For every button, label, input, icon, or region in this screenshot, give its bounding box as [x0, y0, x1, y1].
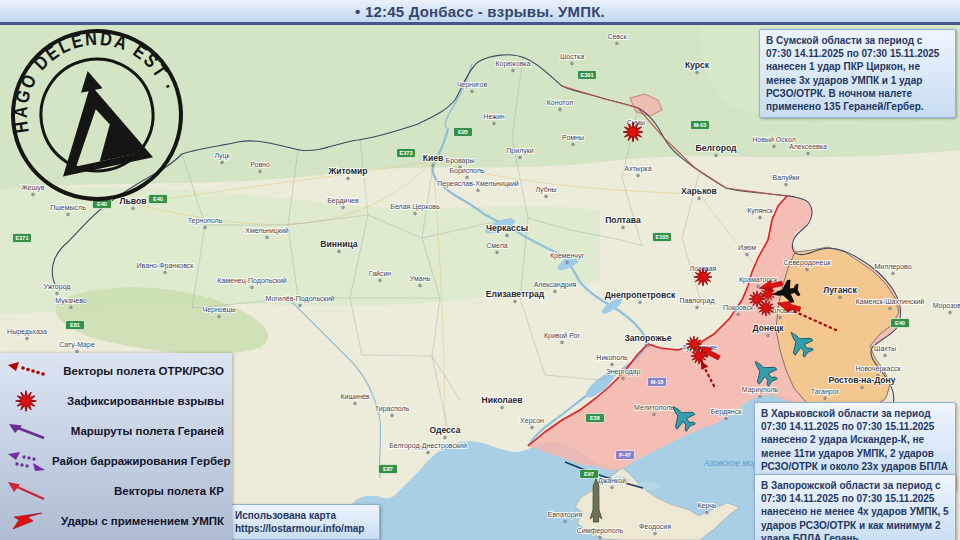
lostarmour-stamp: LOSTARMOUR · CARTHAGO DELENDA EST · — [6, 24, 188, 206]
city-dot — [218, 315, 221, 318]
city-dot — [767, 334, 770, 337]
city-dot — [204, 226, 207, 229]
city-dot — [757, 285, 760, 288]
city-label: Шостка — [560, 53, 584, 60]
legend-item: Маршруты полета Гераней — [0, 420, 232, 442]
city-dot — [759, 395, 762, 398]
city-dot — [892, 272, 895, 275]
road-badge-label: Е81 — [70, 322, 80, 328]
city-dot — [653, 413, 656, 416]
kr-vector-icon — [0, 480, 52, 502]
city-dot — [299, 304, 302, 307]
road-badge-label: М-18 — [651, 379, 664, 385]
city-label: Ужгород — [44, 283, 71, 291]
city-dot — [571, 62, 574, 65]
legend-item: Векторы полета КР — [0, 480, 232, 502]
city-label: Бердянск — [711, 408, 742, 416]
city-label: Кишинёв — [341, 393, 370, 400]
city-label: Покровск — [723, 304, 754, 312]
city-dot — [419, 284, 422, 287]
city-dot — [622, 377, 625, 380]
city-dot — [611, 363, 614, 366]
legend-item: Векторы полета ОТРК/РСЗО — [0, 360, 232, 382]
city-dot — [639, 301, 642, 304]
city-dot — [561, 341, 564, 344]
city-label: Гайсин — [369, 270, 392, 277]
city-label: Донецк — [752, 323, 784, 333]
lostarmour-logo-icon — [43, 61, 153, 176]
city-dot — [545, 195, 548, 198]
city-dot — [807, 152, 810, 155]
city-dot — [354, 402, 357, 405]
city-label: Евпатория — [548, 511, 583, 519]
city-dot — [839, 296, 842, 299]
legend-item: Зафиксированные взрывы — [0, 389, 232, 413]
city-dot — [654, 532, 657, 535]
city-dot — [889, 307, 892, 310]
geran-route-icon — [0, 420, 52, 442]
city-dot — [132, 207, 135, 210]
city-label: Винница — [320, 239, 358, 249]
city-dot — [564, 520, 567, 523]
city-label: Нежин — [483, 113, 504, 120]
city-dot — [949, 311, 952, 314]
map-source-box: Использована карта https://lostarmour.in… — [228, 504, 380, 540]
city-label: Киев — [423, 153, 444, 163]
city-label: Никополь — [596, 354, 628, 361]
road-badge-label: Е40 — [895, 320, 905, 326]
city-label: Изюм — [738, 244, 756, 251]
city-dot — [647, 344, 650, 347]
city-dot — [559, 108, 562, 111]
city-label: Валуйки — [772, 174, 799, 182]
stamp-inner-ring — [31, 49, 164, 182]
city-dot — [347, 177, 350, 180]
city-label: Севск — [607, 33, 627, 40]
city-label: Ахтырка — [624, 165, 651, 173]
road-badge-label: Р-47 — [619, 452, 631, 458]
info-box-sumy: В Сумской области за период с 07:30 14.1… — [759, 29, 956, 118]
city-dot — [725, 417, 728, 420]
city-dot — [696, 71, 699, 74]
city-label: Прилуки — [506, 147, 533, 155]
road-badge-label: Е373 — [399, 150, 412, 156]
city-dot — [477, 189, 480, 192]
city-label: Курск — [685, 60, 710, 70]
city-label: Одесса — [429, 425, 460, 435]
city-label: Бердичев — [327, 197, 359, 205]
city-dot — [514, 300, 517, 303]
gerber-area-icon — [0, 449, 52, 473]
city-label: Кривой Рог — [544, 332, 581, 340]
city-label: Смела — [486, 242, 508, 249]
city-label: Ивано-Франковск — [137, 262, 195, 270]
city-dot — [164, 271, 167, 274]
explosion-icon — [0, 389, 52, 413]
city-dot — [466, 176, 469, 179]
city-label: Умань — [410, 275, 431, 282]
city-dot — [379, 279, 382, 282]
city-label: Мукачево — [55, 297, 87, 305]
city-dot — [56, 292, 59, 295]
city-dot — [471, 90, 474, 93]
city-label: Александрия — [534, 281, 577, 289]
city-dot — [861, 386, 864, 389]
city-label: Харьков — [681, 186, 717, 196]
city-dot — [496, 251, 499, 254]
city-dot — [67, 213, 70, 216]
city-label: Феодосия — [639, 523, 671, 531]
city-dot — [444, 436, 447, 439]
city-dot — [706, 511, 709, 514]
city-dot — [773, 145, 776, 148]
legend-label: Зафиксированные взрывы — [52, 395, 232, 407]
city-label: Белгород-Днестровский — [389, 442, 467, 450]
road-badge-label: Е95 — [458, 129, 468, 135]
city-label: Переяслав-Хмельницкий — [437, 180, 519, 188]
city-dot — [785, 183, 788, 186]
city-label: Ровно — [250, 161, 270, 168]
city-dot — [427, 451, 430, 454]
city-dot — [737, 313, 740, 316]
city-dot — [611, 486, 614, 489]
city-dot — [824, 397, 827, 400]
legend-label: Удары с применением УМПК — [52, 515, 232, 527]
city-label: Морозовск — [933, 302, 960, 310]
legend-item: Удары с применением УМПК — [0, 509, 232, 533]
